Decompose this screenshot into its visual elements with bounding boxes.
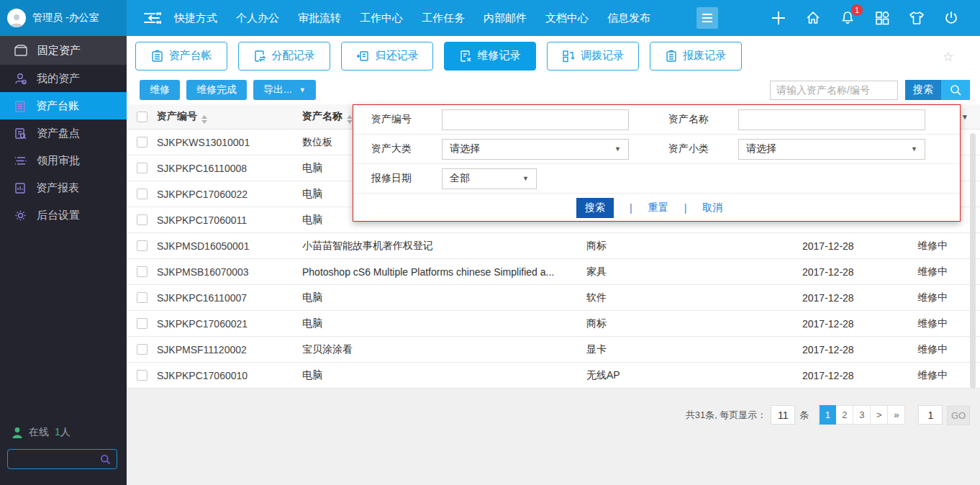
repair-tab-icon [460,50,472,63]
sidebar-item-asset-inventory[interactable]: 资产盘点 [0,119,127,147]
user-block[interactable]: 管理员 -办公室 [0,0,127,36]
filter-major-value: 请选择 [450,142,480,155]
table-row[interactable]: SJKPMSF11120002 宝贝涂涂看 显卡 2017-12-28 维修中 [127,337,980,363]
select-all-checkbox[interactable] [137,112,148,122]
vertical-scrollbar[interactable] [970,133,976,389]
online-status: 在线 1人 [12,426,71,439]
page-buttons: 1 2 3 > » [819,405,905,425]
repair-done-button[interactable]: 维修完成 [186,80,247,100]
go-button[interactable]: GO [947,406,970,425]
sidebar-item-requisition-approval[interactable]: 领用审批 [0,147,127,174]
row-checkbox[interactable] [137,266,148,277]
tab-label: 报废记录 [683,49,726,63]
cell-category: 无线AP [586,369,802,382]
table-row[interactable]: SJKPMSD16050001 小苗苗智能故事机著作权登记 商标 2017-12… [127,233,980,259]
filter-date-select[interactable]: 全部 ▼ [442,168,537,189]
row-checkbox[interactable] [137,240,148,251]
filter-code-input[interactable] [442,109,629,130]
notifications-bell-icon[interactable]: 1 [839,9,856,27]
popup-row-2: 资产大类 请选择 ▼ 资产小类 请选择 ▼ [353,135,960,164]
search-icon [950,84,962,96]
tab-asset-ledger[interactable]: 资产台帐 [135,42,227,71]
page-button-1[interactable]: 1 [819,405,836,425]
row-checkbox[interactable] [137,214,148,225]
filter-minor-select[interactable]: 请选择 ▼ [738,139,925,160]
theme-shirt-icon[interactable] [908,9,925,27]
tab-scrap-records[interactable]: 报废记录 [650,42,742,71]
filter-name-input[interactable] [738,109,925,130]
table-row[interactable]: SJKPKPC17060021 电脑 商标 2017-12-28 维修中 [127,311,980,337]
popup-reset-button[interactable]: 重置 [648,201,668,214]
power-icon[interactable] [943,9,960,27]
goto-page-input[interactable] [918,405,943,425]
favorite-star-icon[interactable]: ☆ [943,49,954,65]
cell-asset-code: SJKPKPC16110008 [157,163,302,174]
nav-personal-office[interactable]: 个人办公 [236,12,279,25]
asset-search-input[interactable] [770,81,898,100]
tab-label: 归还记录 [376,49,419,63]
page-size-input[interactable] [771,405,795,425]
nav-approval-flow[interactable]: 审批流转 [298,12,341,25]
cell-repair-date: 2017-12-28 [802,344,917,355]
sidebar-search-input[interactable] [8,454,100,465]
row-checkbox[interactable] [137,370,148,381]
table-row[interactable]: SJKPKPC16110007 电脑 软件 2017-12-28 维修中 [127,285,980,311]
row-checkbox[interactable] [137,344,148,355]
select-caret-icon: ▼ [522,175,529,182]
filter-major-select[interactable]: 请选择 ▼ [442,139,629,160]
nav-internal-mail[interactable]: 内部邮件 [484,12,527,25]
tab-return-records[interactable]: 归还记录 [341,42,433,71]
nav-work-center[interactable]: 工作中心 [360,12,403,25]
row-checkbox[interactable] [137,292,148,303]
table-row[interactable]: SJKPMSB16070003 Photoshop cS6 Multiple P… [127,259,980,285]
footer-separator: | [684,202,687,214]
page-button-3[interactable]: 3 [853,405,871,425]
tab-repair-records[interactable]: 维修记录 [444,42,536,71]
table-row[interactable]: SJKPKPC17060010 电脑 无线AP 2017-12-28 维修中 [127,363,980,389]
sidebar-item-asset-reports[interactable]: 资产报表 [0,174,127,201]
sidebar-item-label: 资产报表 [36,181,79,195]
export-button[interactable]: 导出... ▼ [253,80,316,100]
popup-cancel-button[interactable]: 取消 [702,201,722,214]
column-options-caret-icon[interactable]: ▼ [961,113,968,121]
next-page-button[interactable]: > [871,405,888,425]
row-checkbox[interactable] [137,163,148,173]
sidebar-item-backend-settings[interactable]: 后台设置 [0,201,127,229]
filter-name-label: 资产名称 [668,113,709,126]
collapse-menu-icon[interactable] [142,11,161,25]
sidebar-search-icon[interactable] [100,454,111,465]
last-page-button[interactable]: » [888,405,905,425]
sidebar-item-asset-ledger[interactable]: 资产台账 [0,92,127,119]
sidebar-item-label: 我的资产 [37,72,80,86]
nav-info-publish[interactable]: 信息发布 [607,12,650,25]
cell-asset-code: SJKPKWS13010001 [157,137,302,148]
add-icon[interactable] [770,9,787,27]
sort-icon[interactable] [201,115,207,124]
pagination: 共31条, 每页显示： 条 1 2 3 > » GO [686,405,970,425]
sidebar-item-label: 后台设置 [37,209,80,222]
footer-separator: | [630,202,632,214]
row-checkbox[interactable] [137,137,148,148]
nav-document-center[interactable]: 文档中心 [545,12,589,25]
popup-search-button[interactable]: 搜索 [576,198,614,218]
sidebar-item-my-assets[interactable]: 我的资产 [0,65,127,92]
cell-repair-date: 2017-12-28 [802,266,917,278]
page-button-2[interactable]: 2 [836,405,853,425]
sidebar: 固定资产 我的资产 资产台账 资产盘点 领用审批 资产报表 后台设置 在线 1人 [0,36,127,485]
row-checkbox[interactable] [137,189,148,199]
scrap-tab-icon [666,50,677,63]
return-tab-icon [356,50,370,63]
row-checkbox[interactable] [137,318,148,329]
repair-button[interactable]: 维修 [140,80,180,100]
table-search-button[interactable]: 搜索 [905,80,941,100]
hamburger-menu-icon[interactable] [697,7,718,29]
nav-shortcuts[interactable]: 快捷方式 [174,12,217,25]
home-icon[interactable] [804,9,822,27]
sort-icon[interactable] [347,115,353,124]
table-search-magnifier-button[interactable] [941,80,970,100]
apps-grid-icon[interactable] [874,9,891,27]
nav-work-tasks[interactable]: 工作任务 [422,12,465,25]
tab-allocation-records[interactable]: 分配记录 [238,42,330,71]
tab-transfer-records[interactable]: 调拨记录 [547,42,639,71]
sidebar-module-fixed-assets[interactable]: 固定资产 [0,36,127,65]
